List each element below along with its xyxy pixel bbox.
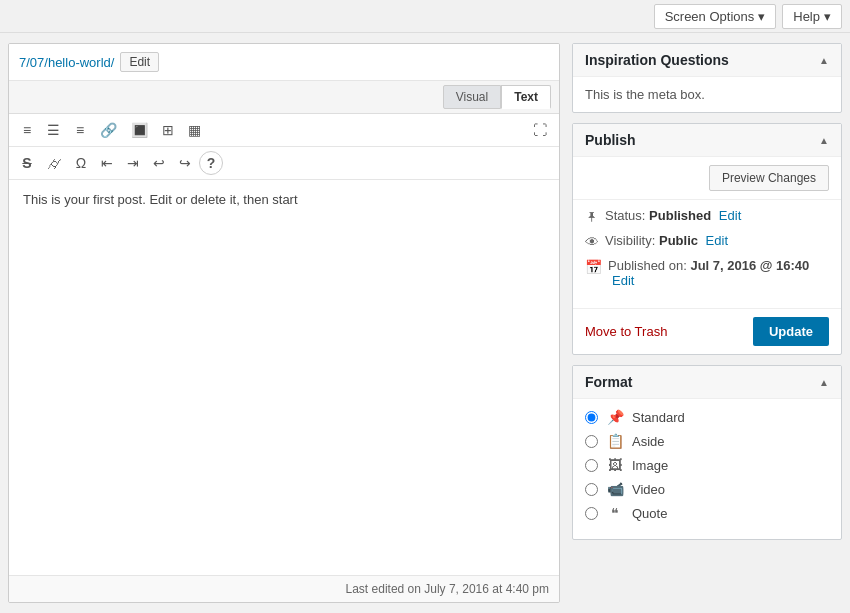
sidebar: Inspiration Questions ▲ This is the meta…	[572, 43, 842, 603]
help-chevron: ▾	[824, 9, 831, 24]
toolbar-row2: S ⌭ Ω ⇤ ⇥ ↩ ↪ ?	[9, 147, 559, 180]
redo-icon[interactable]: ↪	[173, 151, 197, 175]
status-row: 🖈 Status: Published Edit	[585, 208, 829, 225]
format-radio-image[interactable]	[585, 459, 598, 472]
tab-text[interactable]: Text	[501, 85, 551, 109]
screen-options-chevron: ▾	[758, 9, 765, 24]
outdent-icon[interactable]: ⇤	[95, 151, 119, 175]
publish-title: Publish	[585, 132, 636, 148]
format-options-body: 📌 Standard 📋 Aside 🖼 Image 📹 Video	[573, 399, 841, 539]
align-right-icon[interactable]: ≡	[68, 118, 92, 142]
format-standard-icon: 📌	[606, 409, 624, 425]
inspiration-questions-box: Inspiration Questions ▲ This is the meta…	[572, 43, 842, 113]
published-edit-link[interactable]: Edit	[612, 273, 634, 288]
editor-content[interactable]: This is your first post. Edit or delete …	[9, 180, 559, 575]
update-button[interactable]: Update	[753, 317, 829, 346]
status-value: Published	[649, 208, 711, 223]
format-title: Format	[585, 374, 632, 390]
screen-options-button[interactable]: Screen Options ▾	[654, 4, 777, 29]
preview-changes-button[interactable]: Preview Changes	[709, 165, 829, 191]
status-edit-link[interactable]: Edit	[719, 208, 741, 223]
format-radio-standard[interactable]	[585, 411, 598, 424]
visibility-edit-link[interactable]: Edit	[706, 233, 728, 248]
visibility-row: 👁 Visibility: Public Edit	[585, 233, 829, 250]
format-box-header[interactable]: Format ▲	[573, 366, 841, 399]
editor-text: This is your first post. Edit or delete …	[23, 192, 545, 207]
published-label: Published on:	[608, 258, 687, 273]
editor-footer: Last edited on July 7, 2016 at 4:40 pm	[9, 575, 559, 602]
move-to-trash-link[interactable]: Move to Trash	[585, 324, 667, 339]
inspiration-questions-title: Inspiration Questions	[585, 52, 729, 68]
format-option-aside[interactable]: 📋 Aside	[585, 433, 829, 449]
published-date-content: Published on: Jul 7, 2016 @ 16:40 Edit	[608, 258, 809, 288]
align-left-icon[interactable]: ≡	[15, 118, 39, 142]
strikethrough-icon[interactable]: S	[15, 151, 39, 175]
fullscreen-icon[interactable]: ⛶	[527, 118, 553, 142]
omega-icon[interactable]: Ω	[69, 151, 93, 175]
tab-visual[interactable]: Visual	[443, 85, 501, 109]
format-aside-label: Aside	[632, 434, 665, 449]
undo-icon[interactable]: ↩	[147, 151, 171, 175]
format-box: Format ▲ 📌 Standard 📋 Aside 🖼 Image	[572, 365, 842, 540]
last-edited-text: Last edited on July 7, 2016 at 4:40 pm	[346, 582, 549, 596]
format-option-standard[interactable]: 📌 Standard	[585, 409, 829, 425]
format-quote-icon: ❝	[606, 505, 624, 521]
format-video-icon: 📹	[606, 481, 624, 497]
format-collapse-icon: ▲	[819, 377, 829, 388]
format-quote-label: Quote	[632, 506, 667, 521]
publish-collapse-icon: ▲	[819, 135, 829, 146]
inspiration-questions-text: This is the meta box.	[585, 87, 829, 102]
format-image-icon: 🖼	[606, 457, 624, 473]
visibility-value: Public	[659, 233, 698, 248]
format-option-image[interactable]: 🖼 Image	[585, 457, 829, 473]
format-image-label: Image	[632, 458, 668, 473]
align-center-icon[interactable]: ☰	[41, 118, 66, 142]
publish-status-section: 🖈 Status: Published Edit 👁 Visibility: P…	[573, 200, 841, 304]
url-bar: 7/07/hello-world/ Edit	[9, 44, 559, 81]
main-layout: 7/07/hello-world/ Edit Visual Text ≡ ☰ ≡…	[0, 33, 850, 613]
format-option-video[interactable]: 📹 Video	[585, 481, 829, 497]
format-standard-label: Standard	[632, 410, 685, 425]
format-option-quote[interactable]: ❝ Quote	[585, 505, 829, 521]
publish-actions-top: Preview Changes	[573, 157, 841, 200]
format-video-label: Video	[632, 482, 665, 497]
permalink-url[interactable]: 7/07/hello-world/	[19, 55, 114, 70]
format-radio-video[interactable]	[585, 483, 598, 496]
help-button[interactable]: Help ▾	[782, 4, 842, 29]
grid-icon[interactable]: ▦	[182, 118, 207, 142]
visibility-text: Visibility: Public Edit	[605, 233, 728, 248]
editor-tabs: Visual Text	[9, 81, 559, 114]
inspiration-questions-body: This is the meta box.	[573, 77, 841, 112]
visibility-label: Visibility:	[605, 233, 655, 248]
format-radio-aside[interactable]	[585, 435, 598, 448]
inspiration-questions-header[interactable]: Inspiration Questions ▲	[573, 44, 841, 77]
tag-icon[interactable]: ⌭	[41, 151, 67, 175]
status-label: Status:	[605, 208, 645, 223]
published-value: Jul 7, 2016 @ 16:40	[690, 258, 809, 273]
top-bar: Screen Options ▾ Help ▾	[0, 0, 850, 33]
editor-area: 7/07/hello-world/ Edit Visual Text ≡ ☰ ≡…	[8, 43, 560, 603]
status-pin-icon: 🖈	[585, 209, 599, 225]
calendar-icon: 📅	[585, 259, 602, 275]
status-text: Status: Published Edit	[605, 208, 741, 223]
publish-actions-bottom: Move to Trash Update	[573, 308, 841, 354]
unlink-icon[interactable]: 🔳	[125, 118, 154, 142]
indent-icon[interactable]: ⇥	[121, 151, 145, 175]
permalink-edit-button[interactable]: Edit	[120, 52, 159, 72]
publish-box-header[interactable]: Publish ▲	[573, 124, 841, 157]
link-icon[interactable]: 🔗	[94, 118, 123, 142]
help-label: Help	[793, 9, 820, 24]
screen-options-label: Screen Options	[665, 9, 755, 24]
format-radio-quote[interactable]	[585, 507, 598, 520]
published-date-row: 📅 Published on: Jul 7, 2016 @ 16:40 Edit	[585, 258, 829, 288]
visibility-eye-icon: 👁	[585, 234, 599, 250]
help-toolbar-icon[interactable]: ?	[199, 151, 223, 175]
format-aside-icon: 📋	[606, 433, 624, 449]
inspiration-questions-collapse-icon: ▲	[819, 55, 829, 66]
table-icon[interactable]: ⊞	[156, 118, 180, 142]
publish-box: Publish ▲ Preview Changes 🖈 Status: Publ…	[572, 123, 842, 355]
toolbar-row1: ≡ ☰ ≡ 🔗 🔳 ⊞ ▦ ⛶	[9, 114, 559, 147]
